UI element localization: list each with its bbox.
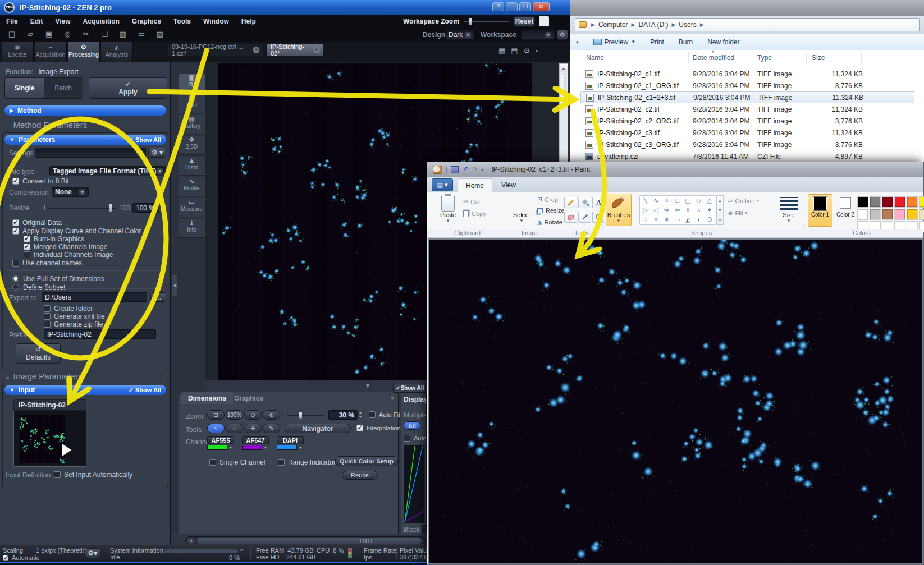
minimize-button[interactable]: – xyxy=(506,2,518,11)
quick-color-setup-button[interactable]: Quick Color Setup xyxy=(335,456,398,466)
pin-icon[interactable]: ▪ xyxy=(536,48,537,55)
save-icon[interactable] xyxy=(451,166,459,173)
toolbar-icon[interactable]: ❏ xyxy=(98,30,111,40)
scroll-up-icon[interactable]: ▲ xyxy=(560,64,568,72)
defaults-button[interactable]: ↺Defaults xyxy=(16,343,61,364)
preview-button[interactable]: Preview ▼ xyxy=(593,38,636,46)
shape-icon[interactable]: ▭ xyxy=(672,215,683,224)
auto-checkbox[interactable]: Auto xyxy=(404,435,427,442)
canvas-tool-button[interactable]: ⌗ xyxy=(226,424,243,433)
canvas-tool-button[interactable]: ✣ xyxy=(244,424,262,433)
resize-slider[interactable] xyxy=(48,208,116,209)
help-button[interactable]: ? xyxy=(492,2,504,11)
view-tab[interactable]: ▦ Gallery xyxy=(179,115,205,134)
toolbar-icon[interactable]: ▤ xyxy=(5,30,19,40)
document-tab-active[interactable]: IP-Stitching-02* ✕ xyxy=(267,44,323,56)
black-value-field[interactable]: 1 xyxy=(422,525,427,534)
file-row[interactable]: IP-Stitching-02_c1.tif 9/28/2016 3:04 PM… xyxy=(580,68,914,80)
paint-image-canvas[interactable] xyxy=(429,240,922,563)
explorer-title-bar[interactable] xyxy=(570,0,924,16)
zoom-value-field[interactable]: 30 % xyxy=(328,410,358,420)
play-icon[interactable] xyxy=(62,444,71,456)
toolbar-icon[interactable]: ▨ xyxy=(153,30,167,40)
palette-color[interactable] xyxy=(857,196,868,208)
view-tab[interactable]: ▭ Measure xyxy=(179,198,205,217)
batch-button[interactable]: Batch xyxy=(44,78,83,98)
workspace-zoom-slider[interactable] xyxy=(464,21,509,22)
fill-tool-button[interactable] xyxy=(578,197,591,208)
option-checkbox[interactable]: Apply Display Curve and Channel Color xyxy=(12,227,141,235)
resize-value-field[interactable]: 100 % xyxy=(132,203,159,213)
display-histogram[interactable] xyxy=(404,445,425,523)
chevron-down-icon[interactable]: ▾ xyxy=(227,445,234,450)
channel-color-swatch[interactable] xyxy=(277,445,297,450)
gear-icon[interactable]: ⚙ xyxy=(524,47,530,55)
column-header-type[interactable]: Type xyxy=(757,54,772,62)
graphics-tab[interactable]: Graphics xyxy=(227,392,270,404)
view-tab[interactable]: ∿ Profile xyxy=(179,177,205,196)
crop-button[interactable]: ⊡Crop xyxy=(537,196,558,203)
shape-icon[interactable]: ✦ xyxy=(704,205,715,215)
view-tab[interactable]: ℹ Info xyxy=(179,219,205,238)
shape-icon[interactable]: ✶ xyxy=(661,215,672,224)
horizontal-scrollbar[interactable]: ◂ xyxy=(185,536,426,544)
shape-icon[interactable]: ∿ xyxy=(651,196,661,205)
paint-title-bar[interactable]: | ↶ ↷ ▾ IP-Stitching-02_c1+2+3.tif - Pai… xyxy=(427,162,923,177)
dimensions-tab[interactable]: Dimensions xyxy=(181,392,233,404)
scaling-gear-icon[interactable]: ⚙▾ xyxy=(84,548,101,558)
close-button[interactable]: ✕ xyxy=(533,2,550,11)
view-tab[interactable]: ▣ 2D xyxy=(179,74,205,93)
option-checkbox[interactable]: Original Data xyxy=(12,219,62,227)
channel-button[interactable]: DAPI ▾ xyxy=(277,436,304,450)
channel-color-swatch[interactable] xyxy=(242,445,262,450)
magnifier-tool-button[interactable] xyxy=(592,212,605,223)
view-tab[interactable]: ▲ Histo xyxy=(179,157,205,176)
main-tab[interactable]: ⌁ Acquisition xyxy=(35,42,67,62)
pencil-tool-button[interactable] xyxy=(564,197,577,208)
column-header-date[interactable]: Date modified xyxy=(693,54,734,62)
undo-icon[interactable]: ↶ xyxy=(463,166,469,173)
spinner-icon[interactable]: ▲▼ xyxy=(159,203,163,212)
shape-icon[interactable]: ⇨ xyxy=(661,205,672,215)
prefix-field[interactable]: IP-Stitching-02 xyxy=(44,329,156,339)
input-thumbnail-image[interactable] xyxy=(20,415,65,463)
option-checkbox[interactable]: Individual Channels Image xyxy=(24,251,113,259)
shape-icon[interactable]: ╲ xyxy=(640,196,651,205)
collapse-bottom-icon[interactable]: ▼ xyxy=(365,383,370,389)
shape-icon[interactable]: ◇ xyxy=(693,196,704,205)
toolbar-icon[interactable]: ◎ xyxy=(61,30,74,40)
channel-button[interactable]: AF555 ▾ xyxy=(207,436,234,450)
tab-home[interactable]: Home xyxy=(458,178,492,192)
column-header-size[interactable]: Size xyxy=(812,54,825,62)
rotate-button[interactable]: ◮Rotate▾ xyxy=(537,218,566,226)
single-button[interactable]: Single xyxy=(5,78,44,98)
export-option-checkbox[interactable]: Generate zip file xyxy=(44,320,103,328)
shape-icon[interactable]: △ xyxy=(704,196,715,205)
toolbar-icon[interactable]: ▱ xyxy=(24,30,37,40)
palette-color[interactable] xyxy=(870,196,881,208)
palette-color[interactable] xyxy=(919,196,924,208)
input-section-header[interactable]: ▼Input ✓ Show All xyxy=(4,385,166,395)
breadcrumb-computer[interactable]: Computer xyxy=(595,21,632,29)
view-tab[interactable]: ❖ 2.5D xyxy=(179,136,205,155)
palette-color[interactable] xyxy=(919,209,924,220)
menu-item[interactable]: View xyxy=(49,17,76,25)
file-row[interactable]: IP-Stitching-02_c1+2+3.tif 9/28/2016 3:0… xyxy=(580,91,914,103)
set-input-automatically-checkbox[interactable]: Set Input Automatically xyxy=(54,471,132,479)
main-tab[interactable]: ◉ Locate xyxy=(2,42,34,62)
compression-select[interactable]: None▾ xyxy=(52,187,89,197)
parameters-section-header[interactable]: ▼Parameters ✓ Show All xyxy=(4,135,166,145)
view-tab[interactable]: ◫ Split xyxy=(179,94,205,113)
close-tab-icon[interactable]: ✕ xyxy=(253,47,259,53)
collapse-panel-handle[interactable]: ◀ xyxy=(172,275,177,296)
palette-color[interactable] xyxy=(882,196,893,208)
file-row[interactable]: davidtemp.czi 7/8/2016 11:41 AM CZI File… xyxy=(580,150,914,162)
select-button[interactable]: Select▼ xyxy=(509,195,534,223)
method-section-header[interactable]: ▶Method xyxy=(4,105,166,116)
option-checkbox[interactable]: Use channel names xyxy=(12,259,82,267)
option-checkbox[interactable]: Burn-in Graphics xyxy=(24,235,84,243)
menu-item[interactable]: Window xyxy=(197,17,235,25)
palette-color[interactable] xyxy=(857,209,868,220)
workspace-select[interactable]: ▾ xyxy=(521,30,555,40)
eraser-tool-button[interactable] xyxy=(564,212,577,223)
